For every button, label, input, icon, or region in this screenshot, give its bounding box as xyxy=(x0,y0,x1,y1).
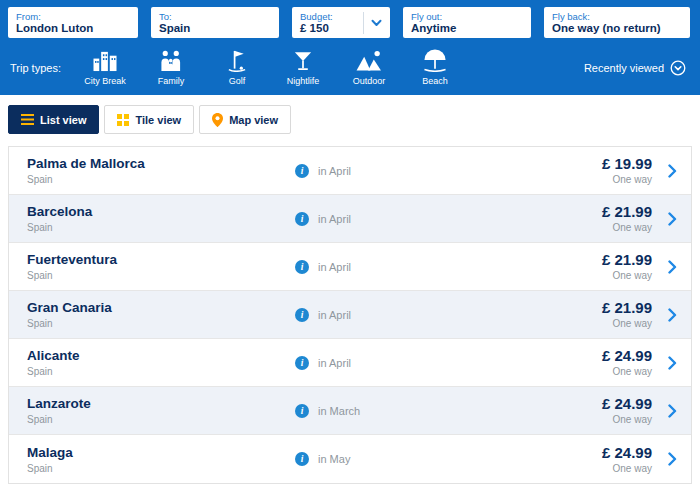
currency-symbol: £ xyxy=(602,444,610,461)
family-icon xyxy=(157,49,185,72)
nightlife-icon xyxy=(291,49,315,72)
result-city: Malaga xyxy=(27,445,295,460)
info-icon[interactable]: i xyxy=(295,356,309,370)
result-when: in April xyxy=(318,309,351,321)
price-block: £ 19.99 One way xyxy=(602,156,652,185)
result-city: Alicante xyxy=(27,348,295,363)
chevron-right-icon[interactable] xyxy=(668,356,677,370)
results-list: Palma de Mallorca Spain i in April £ 19.… xyxy=(8,146,692,484)
currency-symbol: £ xyxy=(602,395,610,412)
trip-type-list: City Break Family xyxy=(77,49,463,86)
trip-type-label: Nightlife xyxy=(287,76,320,86)
trip-type-label: Outdoor xyxy=(353,76,386,86)
trip-type-golf[interactable]: Golf xyxy=(209,49,265,86)
chevron-right-icon[interactable] xyxy=(668,260,677,274)
result-country: Spain xyxy=(27,366,295,377)
chevron-right-icon[interactable] xyxy=(668,452,677,466)
result-row-palma[interactable]: Palma de Mallorca Spain i in April £ 19.… xyxy=(9,147,691,195)
trip-type-label: City Break xyxy=(84,76,126,86)
trip-type-label: Beach xyxy=(422,76,448,86)
info-icon[interactable]: i xyxy=(295,260,309,274)
result-row-alicante[interactable]: Alicante Spain i in April £ 24.99 One wa… xyxy=(9,339,691,387)
trip-types-row: Trip types: City Break xyxy=(8,49,692,86)
price-block: £ 21.99 One way xyxy=(602,300,652,329)
tab-tile-view[interactable]: Tile view xyxy=(104,105,194,134)
price-amount: 24.99 xyxy=(614,444,652,461)
price-block: £ 24.99 One way xyxy=(602,348,652,377)
currency-symbol: £ xyxy=(602,203,610,220)
info-icon[interactable]: i xyxy=(295,404,309,418)
result-row-lanzarote[interactable]: Lanzarote Spain i in March £ 24.99 One w… xyxy=(9,387,691,435)
trip-type-outdoor[interactable]: Outdoor xyxy=(341,49,397,86)
result-price: £ 21.99 xyxy=(602,300,652,316)
map-view-icon xyxy=(212,113,223,127)
price-amount: 19.99 xyxy=(614,155,652,172)
trip-type-city-break[interactable]: City Break xyxy=(77,49,133,86)
destination: Fuerteventura Spain xyxy=(27,252,295,281)
tab-label: Map view xyxy=(229,114,278,126)
info-icon[interactable]: i xyxy=(295,164,309,178)
result-row-barcelona[interactable]: Barcelona Spain i in April £ 21.99 One w… xyxy=(9,195,691,243)
search-fields: From: London Luton To: Spain Budget: £ 1… xyxy=(8,7,692,38)
result-city: Gran Canaria xyxy=(27,300,295,315)
tab-map-view[interactable]: Map view xyxy=(199,105,291,134)
price-amount: 21.99 xyxy=(614,203,652,220)
recently-viewed-toggle[interactable]: Recently viewed xyxy=(584,60,690,76)
destination: Alicante Spain xyxy=(27,348,295,377)
info-icon[interactable]: i xyxy=(295,308,309,322)
result-price: £ 24.99 xyxy=(602,348,652,364)
result-when: in March xyxy=(318,405,360,417)
fly-back-field[interactable]: Fly back: One way (no return) xyxy=(544,7,690,38)
from-field[interactable]: From: London Luton xyxy=(8,7,138,38)
trip-type-label: Family xyxy=(158,76,185,86)
result-country: Spain xyxy=(27,270,295,281)
price-amount: 21.99 xyxy=(614,251,652,268)
trip-types-label: Trip types: xyxy=(10,62,61,74)
result-country: Spain xyxy=(27,222,295,233)
result-when: in April xyxy=(318,357,351,369)
fare-type: One way xyxy=(602,414,652,425)
budget-value: £ 150 xyxy=(300,22,333,35)
chevron-right-icon[interactable] xyxy=(668,164,677,178)
tab-list-view[interactable]: List view xyxy=(8,105,99,134)
tile-view-icon xyxy=(117,114,129,126)
destination: Gran Canaria Spain xyxy=(27,300,295,329)
chevron-right-icon[interactable] xyxy=(668,212,677,226)
price-block: £ 21.99 One way xyxy=(602,204,652,233)
info-icon[interactable]: i xyxy=(295,452,309,466)
trip-type-nightlife[interactable]: Nightlife xyxy=(275,49,331,86)
fare-type: One way xyxy=(602,366,652,377)
beach-icon xyxy=(422,49,448,72)
trip-type-beach[interactable]: Beach xyxy=(407,49,463,86)
chevron-right-icon[interactable] xyxy=(668,308,677,322)
result-price: £ 24.99 xyxy=(602,445,652,461)
result-row-gran-canaria[interactable]: Gran Canaria Spain i in April £ 21.99 On… xyxy=(9,291,691,339)
chevron-right-icon[interactable] xyxy=(668,404,677,418)
result-when: in April xyxy=(318,261,351,273)
result-mid: i in May xyxy=(295,452,602,466)
result-country: Spain xyxy=(27,174,295,185)
trip-type-family[interactable]: Family xyxy=(143,49,199,86)
result-row-malaga[interactable]: Malaga Spain i in May £ 24.99 One way xyxy=(9,435,691,483)
price-amount: 24.99 xyxy=(614,395,652,412)
golf-icon xyxy=(225,49,249,72)
result-mid: i in April xyxy=(295,164,602,178)
result-price: £ 21.99 xyxy=(602,204,652,220)
result-row-fuerteventura[interactable]: Fuerteventura Spain i in April £ 21.99 O… xyxy=(9,243,691,291)
info-icon[interactable]: i xyxy=(295,212,309,226)
fare-type: One way xyxy=(602,270,652,281)
result-when: in May xyxy=(318,453,350,465)
fly-out-field[interactable]: Fly out: Anytime xyxy=(403,7,531,38)
result-mid: i in March xyxy=(295,404,602,418)
from-label: From: xyxy=(16,11,130,22)
chevron-down-icon[interactable] xyxy=(363,12,382,34)
result-city: Lanzarote xyxy=(27,396,295,411)
result-mid: i in April xyxy=(295,308,602,322)
to-field[interactable]: To: Spain xyxy=(151,7,279,38)
result-country: Spain xyxy=(27,318,295,329)
budget-field[interactable]: Budget: £ 150 xyxy=(292,7,390,38)
result-when: in April xyxy=(318,213,351,225)
destination: Lanzarote Spain xyxy=(27,396,295,425)
result-city: Palma de Mallorca xyxy=(27,156,295,171)
result-price: £ 21.99 xyxy=(602,252,652,268)
